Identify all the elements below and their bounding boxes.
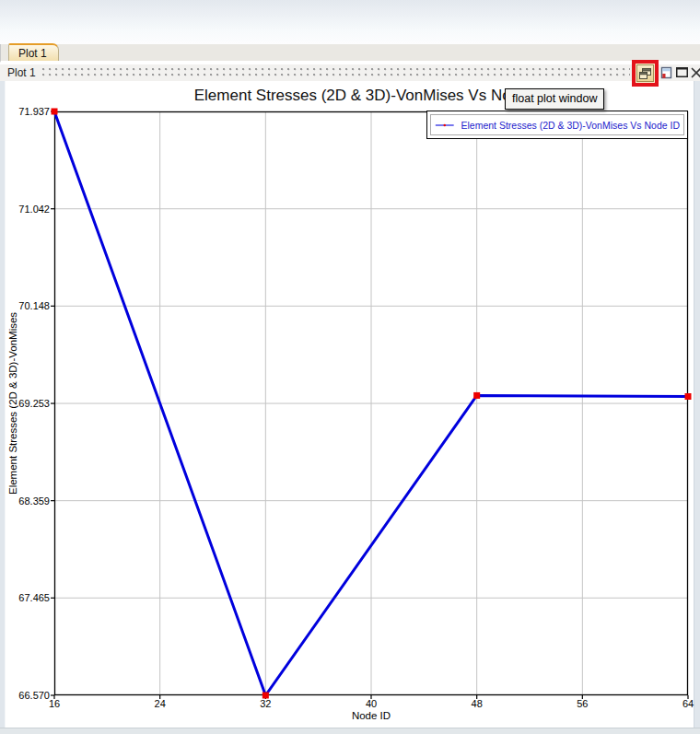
- plot-frame-bottom: [0, 728, 700, 734]
- data-point-marker[interactable]: [473, 392, 480, 399]
- close-icon[interactable]: [690, 65, 700, 79]
- window-background: [0, 0, 700, 44]
- y-tick-label: 70.148: [2, 300, 50, 311]
- data-point-marker[interactable]: [52, 109, 58, 115]
- tab-strip: Plot 1: [0, 44, 700, 63]
- x-tick-label: 40: [357, 698, 385, 709]
- x-tick-label: 32: [251, 698, 279, 709]
- swap-window-glyph: [660, 66, 672, 79]
- legend[interactable]: Element Stresses (2D & 3D)-VonMises Vs N…: [426, 111, 688, 139]
- overlapping-windows-glyph: [639, 68, 651, 79]
- tooltip: float plot window: [505, 88, 604, 110]
- legend-line-sample: [435, 121, 454, 130]
- plot-title-bar: Plot 1: [0, 64, 700, 81]
- tab-plot-1[interactable]: Plot 1: [8, 43, 59, 61]
- maximize-icon[interactable]: [675, 65, 688, 79]
- x-axis-label: Node ID: [54, 710, 688, 721]
- x-tick-label: 64: [674, 698, 700, 709]
- chart-plot-area[interactable]: [54, 111, 688, 695]
- float-plot-window-icon[interactable]: [636, 64, 654, 82]
- highlight-box: [632, 60, 659, 87]
- y-tick-label: 67.465: [2, 592, 50, 603]
- data-point-marker[interactable]: [685, 393, 692, 400]
- maximize-glyph: [676, 67, 688, 77]
- swap-plot-window-icon[interactable]: [659, 65, 672, 79]
- x-tick-label: 56: [568, 698, 596, 709]
- plot-title-bar-label: Plot 1: [7, 66, 36, 79]
- close-x-glyph: [691, 67, 700, 78]
- data-point-marker[interactable]: [262, 693, 269, 699]
- tab-label: Plot 1: [18, 47, 47, 60]
- y-tick-label: 71.042: [2, 204, 50, 215]
- legend-entry-label: Element Stresses (2D & 3D)-VonMises Vs N…: [461, 120, 680, 131]
- y-tick-label: 71.937: [2, 106, 50, 117]
- x-tick-label: 24: [146, 698, 174, 709]
- drag-handle-dots[interactable]: [42, 68, 630, 78]
- x-tick-label: 48: [463, 698, 491, 709]
- plot-frame-right: [694, 81, 700, 728]
- legend-inner: Element Stresses (2D & 3D)-VonMises Vs N…: [430, 114, 684, 135]
- y-tick-label: 69.253: [2, 398, 50, 409]
- y-tick-label: 66.570: [2, 690, 50, 701]
- y-tick-label: 68.359: [2, 495, 50, 507]
